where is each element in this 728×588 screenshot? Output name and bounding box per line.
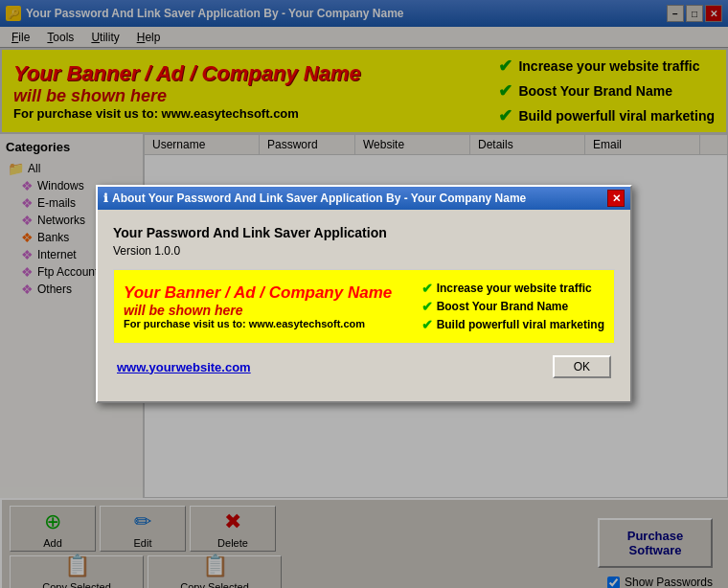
- modal-banner-point-1: ✔ Increase your website traffic: [421, 281, 604, 296]
- modal-banner-left: Your Banner / Ad / Company Name will be …: [124, 283, 414, 329]
- modal-banner: Your Banner / Ad / Company Name will be …: [113, 269, 615, 344]
- modal-version: Version 1.0.0: [113, 244, 615, 258]
- modal-check-2: ✔: [421, 299, 433, 314]
- modal-body: Your Password And Link Saver Application…: [98, 210, 630, 401]
- modal-app-name: Your Password And Link Saver Application: [113, 225, 615, 240]
- modal-banner-subtitle: will be shown here: [124, 303, 414, 318]
- modal-banner-title: Your Banner / Ad / Company Name: [124, 283, 414, 303]
- modal-ok-button[interactable]: OK: [553, 355, 611, 378]
- modal-title-bar: ℹ About Your Password And Link Saver App…: [98, 187, 630, 210]
- modal-banner-point-3: ✔ Build powerfull viral marketing: [421, 317, 604, 332]
- modal-icon: ℹ: [103, 192, 108, 205]
- modal-url-link[interactable]: www.yourwebsite.com: [117, 360, 251, 374]
- modal-title-left: ℹ About Your Password And Link Saver App…: [103, 192, 526, 205]
- modal-check-3: ✔: [421, 317, 433, 332]
- modal-footer: www.yourwebsite.com OK: [113, 355, 615, 386]
- modal-close-button[interactable]: ✕: [607, 190, 625, 207]
- modal-banner-right: ✔ Increase your website traffic ✔ Boost …: [421, 281, 604, 332]
- modal-banner-visit: For purchase visit us to: www.easytechso…: [124, 318, 414, 329]
- modal-banner-point-2: ✔ Boost Your Brand Name: [421, 299, 604, 314]
- about-modal: ℹ About Your Password And Link Saver App…: [96, 185, 632, 403]
- modal-overlay: ℹ About Your Password And Link Saver App…: [0, 0, 728, 588]
- modal-check-1: ✔: [421, 281, 433, 296]
- modal-title: About Your Password And Link Saver Appli…: [112, 192, 526, 205]
